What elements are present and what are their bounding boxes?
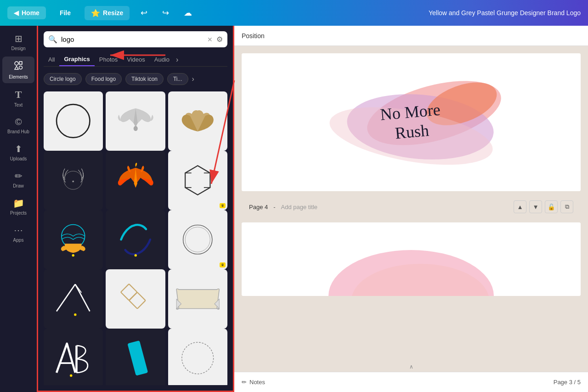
grid-item-lotus[interactable]: [168, 91, 227, 151]
sidebar-item-draw[interactable]: ✏ Draw: [2, 167, 34, 192]
grid-item-banner[interactable]: [168, 269, 227, 329]
tab-videos[interactable]: Videos: [122, 53, 150, 66]
tab-graphics[interactable]: Graphics: [59, 53, 94, 66]
page-duplicate-button[interactable]: ⧉: [560, 200, 573, 213]
more-tabs-arrow[interactable]: ›: [174, 54, 180, 66]
grid-item-blue-slash[interactable]: [106, 329, 165, 385]
scroll-indicator: ∧: [234, 362, 588, 372]
brandhub-icon: ©: [15, 117, 22, 127]
elements-icon: [13, 60, 23, 73]
svg-rect-21: [129, 292, 146, 309]
star-icon: ⭐: [91, 9, 100, 17]
page-move-up-button[interactable]: ▲: [514, 200, 526, 213]
grid-item-circle[interactable]: [44, 91, 103, 151]
sidebar-item-uploads[interactable]: ⬆ Uploads: [2, 140, 34, 165]
design-icon: ⊞: [15, 33, 23, 44]
notes-icon: ✏: [242, 379, 247, 386]
chip-circle-logo[interactable]: Circle logo: [44, 73, 82, 85]
chip-food-logo[interactable]: Food logo: [85, 73, 122, 85]
sidebar-item-design[interactable]: ⊞ Design: [2, 29, 34, 55]
home-label: Home: [22, 9, 40, 17]
sidebar-item-text[interactable]: T Text: [2, 85, 34, 111]
chip-tiktok-icon[interactable]: Tiktok icon: [125, 73, 164, 85]
sidebar-label-elements: Elements: [9, 74, 28, 80]
main-layout: ⊞ Design Elements T Text © Brand Hub ⬆: [0, 26, 588, 392]
svg-point-19: [74, 313, 76, 316]
position-label: Position: [242, 32, 265, 40]
position-bar: Position: [234, 26, 588, 46]
crown-badge: ♛: [220, 203, 226, 208]
svg-point-13: [134, 254, 136, 256]
svg-point-15: [185, 227, 210, 252]
sidebar-label-text: Text: [14, 102, 23, 108]
svg-rect-23: [127, 341, 148, 376]
sidebar-item-elements[interactable]: Elements: [2, 57, 34, 83]
projects-icon: 📁: [13, 198, 24, 209]
grid-item-diamond[interactable]: [106, 269, 165, 329]
grid-item-thin-circle[interactable]: ♛: [168, 210, 227, 269]
filter-settings-button[interactable]: ⚙: [216, 35, 223, 44]
grid-item-eagle[interactable]: [106, 91, 165, 151]
search-panel: 🔍 ✕ ⚙ All Graphics Photos Videos Audio ›…: [37, 26, 234, 392]
grid-item-hexagon[interactable]: ♛: [168, 151, 227, 210]
home-button[interactable]: ◀ Home: [7, 6, 46, 19]
grid-item-m-letter[interactable]: [44, 269, 103, 329]
grid-item-wreath[interactable]: ★: [44, 151, 103, 210]
sidebar-label-design: Design: [11, 46, 25, 51]
notes-bar: ✏ Notes Page 3 / 5: [234, 372, 588, 392]
resize-button[interactable]: ⭐ Resize: [85, 6, 130, 20]
filter-tabs: All Graphics Photos Videos Audio ›: [44, 53, 227, 67]
canvas-area: No MoreRush Page 4 - Add page title ▲ ▼ …: [234, 46, 588, 362]
svg-point-24: [182, 342, 214, 374]
graphics-grid: ★: [44, 91, 227, 385]
tab-all[interactable]: All: [44, 53, 59, 66]
sidebar-label-apps: Apps: [13, 238, 24, 243]
svg-point-12: [72, 254, 74, 256]
page-4-card: [242, 222, 581, 296]
document-title: Yellow and Grey Pastel Grunge Designer B…: [429, 9, 581, 17]
notes-button[interactable]: ✏ Notes: [242, 379, 265, 386]
sidebar-label-projects: Projects: [10, 210, 27, 216]
svg-rect-20: [121, 284, 137, 301]
grid-item-globe-hands[interactable]: [44, 210, 103, 269]
svg-text:★: ★: [72, 180, 75, 183]
sidebar-item-projects[interactable]: 📁 Projects: [2, 194, 34, 219]
sidebar-label-brandhub: Brand Hub: [7, 129, 29, 134]
undo-button[interactable]: ↩: [137, 6, 151, 20]
more-chips-arrow[interactable]: ›: [192, 75, 194, 83]
svg-point-0: [15, 62, 18, 65]
svg-point-1: [19, 66, 23, 69]
sidebar-label-uploads: Uploads: [10, 156, 27, 161]
grid-item-ab-letters[interactable]: [44, 329, 103, 385]
page-lock-button[interactable]: 🔓: [545, 200, 558, 213]
tab-audio[interactable]: Audio: [150, 53, 174, 66]
upload-cloud-button[interactable]: ☁: [180, 6, 196, 20]
file-button[interactable]: File: [53, 6, 77, 19]
grid-item-blue-circle[interactable]: [106, 210, 165, 269]
sidebar-item-brandhub[interactable]: © Brand Hub: [2, 113, 34, 138]
clear-search-button[interactable]: ✕: [207, 36, 213, 43]
topbar: ◀ Home File ⭐ Resize ↩ ↪ ☁ Yellow and Gr…: [0, 0, 588, 26]
crown-badge-2: ♛: [220, 262, 226, 267]
uploads-icon: ⬆: [15, 143, 23, 154]
sidebar-label-draw: Draw: [13, 183, 23, 188]
page-4-title[interactable]: Add page title: [281, 204, 318, 210]
svg-line-18: [75, 284, 90, 312]
redo-button[interactable]: ↪: [158, 6, 173, 20]
svg-point-14: [183, 225, 212, 254]
tab-photos[interactable]: Photos: [95, 53, 122, 66]
page-4-label: Page 4: [249, 204, 268, 210]
sidebar-item-apps[interactable]: ⋯ Apps: [2, 221, 34, 246]
svg-line-16: [57, 284, 75, 312]
resize-label: Resize: [103, 9, 123, 17]
svg-point-22: [70, 375, 72, 377]
grid-item-dots-circle[interactable]: [168, 329, 227, 385]
notes-label: Notes: [249, 379, 265, 386]
file-label: File: [60, 9, 71, 17]
search-box-container: 🔍 ✕ ⚙: [44, 31, 227, 47]
page-move-down-button[interactable]: ▼: [529, 200, 542, 213]
search-input[interactable]: [61, 35, 204, 43]
apps-icon: ⋯: [14, 225, 23, 236]
chip-more[interactable]: Ti...: [167, 73, 188, 85]
grid-item-phoenix[interactable]: [106, 151, 165, 210]
